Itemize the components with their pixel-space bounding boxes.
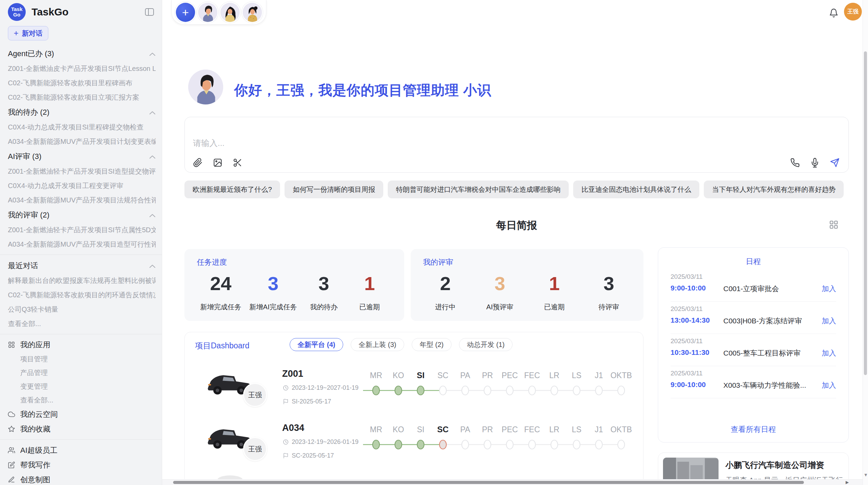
- sidebar-item[interactable]: 解释最新出台的欧盟报废车法规再生塑料比例被调至15%...: [8, 273, 156, 288]
- milestone-dot[interactable]: [373, 386, 379, 395]
- stat-item: 1已逾期: [535, 272, 573, 312]
- sidebar-item[interactable]: C02-飞腾新能源轻客改款项目里程碑画布: [8, 76, 156, 90]
- milestone-dot[interactable]: [529, 440, 535, 449]
- sidebar-item-creative-draw[interactable]: 创意制图: [8, 472, 156, 485]
- milestone-dot[interactable]: [618, 386, 625, 395]
- attachment-icon[interactable]: [193, 158, 203, 167]
- microphone-icon[interactable]: [810, 158, 820, 167]
- milestone-label: MR: [370, 371, 382, 380]
- milestone-dot[interactable]: [484, 440, 491, 449]
- sidebar-item[interactable]: 公司Q3轻卡销量: [8, 302, 156, 316]
- view-all-schedule-link[interactable]: 查看所有日程: [658, 424, 848, 435]
- event-join-link[interactable]: 加入: [822, 316, 836, 326]
- dashboard-tab[interactable]: 全新平台 (4): [290, 338, 343, 351]
- milestone-dot[interactable]: [462, 440, 469, 449]
- milestone-dot[interactable]: [395, 386, 402, 395]
- milestone-dot[interactable]: [595, 386, 602, 395]
- session-avatar-2[interactable]: [220, 3, 240, 22]
- sidebar-collapse-icon[interactable]: [145, 7, 156, 17]
- milestone-dot[interactable]: [439, 386, 446, 395]
- horizontal-scrollbar[interactable]: ▶: [162, 479, 863, 485]
- sidebar-item[interactable]: C02-飞腾新能源轻客改款项目立项汇报方案: [8, 90, 156, 104]
- new-session-button[interactable]: +: [176, 3, 195, 22]
- suggestion-chips: 欧洲新规最近颁布了什么?如何写一份清晰的项目周报特朗普可能对进口汽车增税会对中国…: [184, 181, 851, 198]
- sidebar-section-header[interactable]: 我的待办 (2): [8, 104, 156, 120]
- milestone-dot[interactable]: [551, 386, 558, 395]
- sidebar-item-help-write[interactable]: 帮我写作: [8, 458, 156, 472]
- milestone-dot[interactable]: [373, 440, 379, 449]
- sidebar-section-header[interactable]: AI评审 (3): [8, 149, 156, 164]
- vertical-scrollbar[interactable]: ▼: [863, 0, 868, 485]
- milestone-dot[interactable]: [573, 440, 580, 449]
- new-chat-button[interactable]: + 新对话: [8, 26, 48, 40]
- milestone-dot[interactable]: [595, 440, 602, 449]
- sidebar-section-header[interactable]: 我的评审 (2): [8, 207, 156, 223]
- session-avatar-1[interactable]: [198, 3, 217, 22]
- sidebar-subitem[interactable]: 查看全部...: [8, 393, 156, 407]
- sidebar-item[interactable]: Z001-全新燃油轻卡产品开发项目SI节点属性5D文件评审: [8, 223, 156, 237]
- scissors-icon[interactable]: [233, 158, 242, 167]
- milestone-dot[interactable]: [529, 386, 535, 395]
- milestone-dot[interactable]: [506, 440, 513, 449]
- sidebar-item[interactable]: Z001-全新燃油皮卡产品开发项目SI节点Lesson Learn报告: [8, 61, 156, 76]
- sidebar-subitem[interactable]: 变更管理: [8, 380, 156, 393]
- cloud-space-label: 我的云空间: [20, 409, 58, 420]
- suggestion-chip[interactable]: 如何写一份清晰的项目周报: [285, 181, 383, 198]
- sidebar-subitem[interactable]: 项目管理: [8, 352, 156, 366]
- milestone-dot[interactable]: [462, 386, 469, 395]
- dashboard-tab[interactable]: 动总开发 (1): [459, 338, 513, 351]
- sidebar-item-ai-staff[interactable]: AI超级员工: [8, 443, 156, 458]
- event-join-link[interactable]: 加入: [822, 284, 836, 294]
- sidebar-item[interactable]: A034-全新新能源MUV产品开发项目计划变更表编写: [8, 134, 156, 149]
- suggestion-chip[interactable]: 当下年轻人对汽车外观有怎样的喜好趋势: [704, 181, 844, 198]
- horizontal-scrollbar-thumb[interactable]: [173, 481, 804, 484]
- my-review-card: 我的评审 2进行中3AI预评审1已逾期3待评审: [411, 249, 643, 321]
- event-join-link[interactable]: 加入: [822, 381, 836, 390]
- chat-input[interactable]: [193, 138, 604, 148]
- sidebar-item-cloud-space[interactable]: 我的云空间: [8, 407, 156, 422]
- sidebar-item[interactable]: Z001-全新燃油轻卡产品开发项目SI造型提交物评审: [8, 164, 156, 178]
- sidebar-item-my-apps[interactable]: 我的应用: [8, 337, 156, 352]
- milestone-dot[interactable]: [506, 386, 513, 395]
- dashboard-tab[interactable]: 年型 (2): [412, 338, 451, 351]
- event-join-link[interactable]: 加入: [822, 348, 836, 358]
- project-row[interactable]: 王强Z0012023-12-19~2027-01-19SI-2025-05-17…: [185, 366, 643, 419]
- sidebar-item[interactable]: C0X4-动力总成开发项目SI里程碑提交物检查: [8, 120, 156, 134]
- user-avatar[interactable]: 王强: [844, 3, 862, 21]
- sidebar-item[interactable]: C02-飞腾新能源轻客改款项目的闭环通告反馈情况: [8, 288, 156, 302]
- milestone-label: SI: [417, 425, 424, 434]
- layout-grid-icon[interactable]: [829, 220, 839, 230]
- milestone-dot[interactable]: [417, 386, 424, 395]
- sidebar-item-favorites[interactable]: 我的收藏: [8, 422, 156, 436]
- sidebar-item[interactable]: 查看全部...: [8, 316, 156, 331]
- milestone-dot[interactable]: [573, 386, 580, 395]
- sidebar-item[interactable]: A034-全新新能源MUV产品开发项目法规符合性评审: [8, 193, 156, 207]
- sidebar-section-label: AI评审 (3): [8, 151, 41, 162]
- sidebar-subitem[interactable]: 产品管理: [8, 366, 156, 380]
- send-icon[interactable]: [830, 158, 840, 167]
- milestone-dot[interactable]: [417, 440, 424, 449]
- vertical-scrollbar-thumb[interactable]: [864, 51, 867, 375]
- sidebar-section-header[interactable]: Agent已办 (3): [8, 46, 156, 61]
- milestone-dot[interactable]: [439, 440, 446, 449]
- dashboard-tab[interactable]: 全新上装 (3): [351, 338, 404, 351]
- sidebar-section-header[interactable]: 最近对话: [8, 258, 156, 273]
- milestone-dot[interactable]: [395, 440, 402, 449]
- scroll-down-arrow-icon[interactable]: ▼: [864, 472, 868, 477]
- milestone-dot[interactable]: [551, 440, 558, 449]
- image-icon[interactable]: [213, 158, 222, 167]
- stat-label: 我的待办: [305, 302, 343, 312]
- suggestion-chip[interactable]: 比亚迪全固态电池计划具体说了什么: [573, 181, 699, 198]
- milestone-dot[interactable]: [618, 440, 625, 449]
- sidebar-item[interactable]: A034-全新新能源MUV产品开发项目造型可行性评审: [8, 237, 156, 251]
- suggestion-chip[interactable]: 特朗普可能对进口汽车增税会对中国车企造成哪些影响: [388, 181, 569, 198]
- sidebar-item[interactable]: C0X4-动力总成开发项目工程变更评审: [8, 178, 156, 193]
- notifications-bell-icon[interactable]: [829, 8, 839, 18]
- suggestion-chip[interactable]: 欧洲新规最近颁布了什么?: [184, 181, 280, 198]
- phone-call-icon[interactable]: [790, 158, 800, 167]
- milestone-dot[interactable]: [484, 386, 491, 395]
- event-date: 2025/03/11: [671, 305, 703, 313]
- scroll-right-arrow-icon[interactable]: ▶: [846, 480, 849, 485]
- session-avatar-3[interactable]: [243, 3, 262, 22]
- project-row[interactable]: 王强A0342023-12-19~2026-01-19SC-2025-05-17…: [185, 421, 643, 473]
